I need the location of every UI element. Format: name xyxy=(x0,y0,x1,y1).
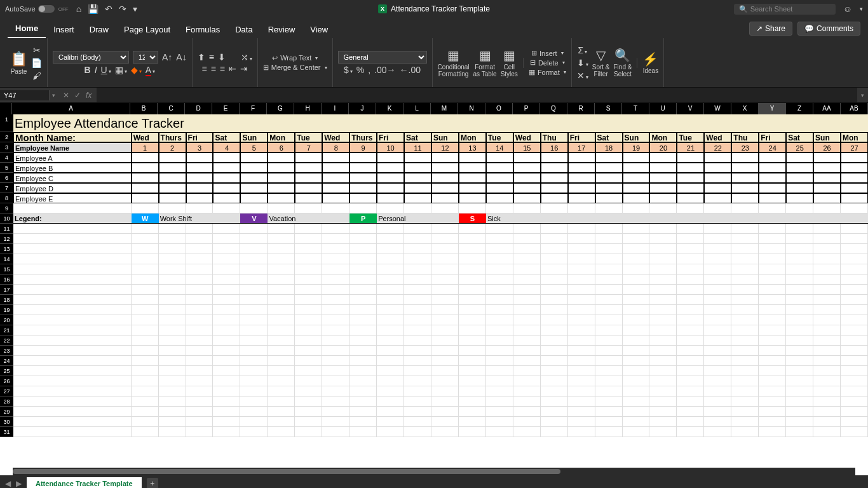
cell[interactable] xyxy=(240,244,268,254)
cell[interactable] xyxy=(295,407,322,417)
cell[interactable] xyxy=(404,295,431,305)
cell[interactable] xyxy=(322,285,349,295)
cell[interactable] xyxy=(377,396,404,407)
cell[interactable] xyxy=(268,295,295,305)
cell[interactable] xyxy=(623,315,650,325)
cell[interactable]: Month Name: xyxy=(13,132,132,142)
cell[interactable] xyxy=(704,386,731,396)
cell[interactable] xyxy=(404,152,431,163)
cell[interactable] xyxy=(132,183,159,193)
cell[interactable] xyxy=(431,427,459,437)
horizontal-scrollbar[interactable] xyxy=(13,468,855,475)
cell[interactable] xyxy=(677,224,704,234)
cell[interactable] xyxy=(841,407,868,417)
cell[interactable] xyxy=(404,407,431,417)
cell[interactable] xyxy=(486,244,513,254)
cell[interactable] xyxy=(595,183,623,193)
cell[interactable] xyxy=(677,356,704,366)
cell[interactable] xyxy=(704,396,731,407)
cell[interactable] xyxy=(704,203,731,214)
cell[interactable] xyxy=(459,386,486,396)
cell[interactable] xyxy=(677,254,704,264)
row-header[interactable]: 5 xyxy=(0,163,13,173)
cell[interactable] xyxy=(377,427,404,437)
cell[interactable] xyxy=(159,346,186,356)
cell[interactable] xyxy=(132,315,159,325)
cell[interactable] xyxy=(568,244,595,254)
cell[interactable] xyxy=(349,224,377,234)
cell[interactable] xyxy=(404,396,431,407)
cell[interactable] xyxy=(595,173,623,183)
column-header[interactable]: N xyxy=(458,103,485,114)
cell[interactable] xyxy=(841,305,868,315)
cell[interactable] xyxy=(813,407,841,417)
cell[interactable] xyxy=(841,427,868,437)
cell[interactable]: 18 xyxy=(595,142,623,152)
cell[interactable]: Tue xyxy=(295,132,322,142)
cell[interactable] xyxy=(595,427,623,437)
column-header[interactable]: AA xyxy=(813,103,841,114)
decrease-decimal-icon[interactable]: ←.00 xyxy=(400,65,421,75)
column-header[interactable]: M xyxy=(431,103,458,114)
cell[interactable] xyxy=(377,203,404,214)
cell[interactable] xyxy=(677,163,704,173)
cell[interactable] xyxy=(649,336,677,346)
cell[interactable] xyxy=(704,376,731,386)
cell[interactable] xyxy=(568,417,595,427)
cell[interactable] xyxy=(486,376,513,386)
cell[interactable] xyxy=(459,234,486,244)
cell[interactable] xyxy=(759,325,786,336)
cell[interactable] xyxy=(322,173,349,183)
cell[interactable] xyxy=(159,407,186,417)
cell[interactable] xyxy=(513,417,541,427)
cell[interactable] xyxy=(268,356,295,366)
cell[interactable] xyxy=(677,315,704,325)
cell[interactable] xyxy=(786,325,813,336)
column-header[interactable]: H xyxy=(294,103,322,114)
cell[interactable]: Wed xyxy=(704,132,731,142)
cell[interactable] xyxy=(731,315,759,325)
cell[interactable] xyxy=(704,295,731,305)
paste-icon[interactable]: 📋 xyxy=(10,51,27,67)
cell[interactable] xyxy=(459,193,486,203)
increase-decimal-icon[interactable]: .00→ xyxy=(374,65,395,75)
cell[interactable] xyxy=(786,214,813,224)
align-middle-icon[interactable]: ≡ xyxy=(209,52,214,62)
cell[interactable] xyxy=(759,295,786,305)
conditional-formatting-button[interactable]: ▦Conditional Formatting xyxy=(438,48,470,78)
cell[interactable] xyxy=(13,427,132,437)
cell[interactable] xyxy=(349,295,377,305)
fill-icon[interactable]: ⬇▾ xyxy=(577,58,588,68)
cell[interactable] xyxy=(404,264,431,274)
cell[interactable] xyxy=(159,224,186,234)
cell[interactable] xyxy=(568,366,595,376)
redo-icon[interactable]: ↷ xyxy=(119,4,126,14)
cell[interactable] xyxy=(595,244,623,254)
cell[interactable] xyxy=(322,376,349,386)
sheet-tab[interactable]: Attendance Tracker Template xyxy=(27,477,142,488)
cell[interactable] xyxy=(568,285,595,295)
cell[interactable] xyxy=(813,427,841,437)
cell[interactable]: Sick xyxy=(486,214,568,224)
cell[interactable]: 22 xyxy=(704,142,731,152)
cell[interactable] xyxy=(541,386,568,396)
cell[interactable] xyxy=(268,325,295,336)
cell[interactable] xyxy=(813,254,841,264)
cell[interactable] xyxy=(486,152,513,163)
cell[interactable] xyxy=(404,336,431,346)
cell[interactable] xyxy=(595,417,623,427)
cell[interactable] xyxy=(677,152,704,163)
cell[interactable] xyxy=(595,336,623,346)
cell[interactable] xyxy=(568,315,595,325)
cell[interactable] xyxy=(240,254,268,264)
cell[interactable] xyxy=(486,315,513,325)
cell[interactable] xyxy=(513,407,541,417)
format-as-table-button[interactable]: ▦Format as Table xyxy=(473,48,497,78)
cell[interactable] xyxy=(240,356,268,366)
tab-view[interactable]: View xyxy=(302,21,336,38)
cell[interactable] xyxy=(786,173,813,183)
cell[interactable] xyxy=(513,254,541,264)
cell[interactable] xyxy=(377,264,404,274)
cell[interactable] xyxy=(649,152,677,163)
cell[interactable] xyxy=(431,315,459,325)
